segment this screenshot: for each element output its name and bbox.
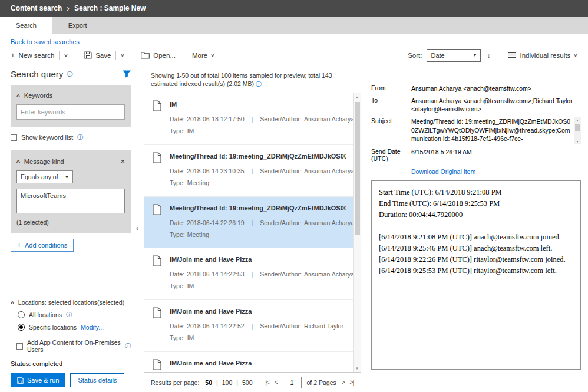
option-divider: | — [216, 379, 218, 386]
dropdown-arrow-icon: ▼ — [473, 53, 477, 57]
page-number-input[interactable] — [283, 377, 302, 388]
info-icon[interactable]: ⓘ — [66, 312, 72, 318]
list-item-selected[interactable]: Meeting/Thread Id: 19:meeting_ZDRiMjQzZm… — [144, 197, 361, 248]
item-type: IM — [187, 127, 194, 134]
individual-results-button[interactable]: Individual results ∨ — [508, 52, 577, 59]
chevron-down-icon[interactable]: ∨ — [120, 52, 125, 58]
item-type-row: Type: IM — [170, 282, 346, 289]
document-icon — [153, 100, 161, 111]
chevron-down-icon[interactable]: ∨ — [64, 52, 69, 58]
tab-search[interactable]: Search — [0, 17, 52, 34]
collapse-left-icon: ‹ — [136, 223, 139, 233]
condition-operator-dropdown[interactable]: Equals any of ▼ — [16, 170, 73, 183]
message-kind-section-header[interactable]: ∧ Message kind × — [16, 157, 125, 165]
all-locations-radio[interactable] — [18, 311, 25, 318]
collapse-up-icon: ∧ — [15, 93, 21, 98]
action-buttons-row: Save & run Status details — [11, 373, 131, 392]
per-page-option-500[interactable]: 500 — [242, 379, 253, 386]
item-title: IM/Join me and Have Pizza — [170, 256, 346, 263]
item-preview-panel: From Ansuman Acharya <anach@teamsftw.com… — [361, 64, 588, 392]
scrollbar-thumb[interactable] — [575, 124, 580, 131]
specific-locations-radio[interactable] — [18, 324, 25, 331]
sort-value: Date — [431, 52, 444, 59]
first-page-button[interactable]: |< — [265, 379, 269, 386]
info-icon[interactable]: ⓘ — [256, 81, 262, 87]
show-keyword-list-label: Show keyword list — [21, 134, 73, 141]
preview-fields: From Ansuman Acharya <anach@teamsftw.com… — [371, 84, 581, 162]
info-icon[interactable]: ⓘ — [67, 71, 72, 77]
scroll-down-icon[interactable]: ▼ — [576, 139, 579, 144]
specific-locations-radio-row[interactable]: Specific locations Modify... — [18, 324, 131, 331]
date-label: Date: — [170, 116, 184, 123]
add-conditions-button[interactable]: + Add conditions — [11, 239, 74, 252]
modify-locations-link[interactable]: Modify... — [81, 324, 104, 331]
collapse-panel-handle[interactable]: ‹ — [131, 64, 144, 392]
status-details-button[interactable]: Status details — [70, 373, 124, 387]
item-title: IM/Join me and Have Pizza — [170, 308, 346, 315]
all-locations-radio-row[interactable]: All locations ⓘ — [18, 311, 131, 318]
item-meta: Date: 2018-06-14 23:10:35 | Sender/Autho… — [170, 167, 346, 174]
plus-icon: + — [11, 51, 15, 59]
next-page-button[interactable]: > — [342, 379, 345, 386]
back-to-saved-searches-link[interactable]: Back to saved searches — [11, 38, 80, 45]
sender-label: Sender/Author: — [260, 167, 302, 174]
scrollbar-thumb[interactable] — [355, 102, 360, 235]
meta-separator: | — [252, 322, 253, 330]
search-query-title: Search query — [11, 69, 63, 79]
scroll-down-icon[interactable]: ▼ — [354, 364, 361, 372]
scroll-up-icon[interactable]: ▲ — [354, 93, 361, 101]
last-page-button[interactable]: >| — [350, 379, 354, 386]
scroll-up-icon[interactable]: ▲ — [576, 117, 579, 123]
on-prem-label: Add App Content for On-Premises Users — [27, 339, 121, 353]
body-line: [6/14/2018 9:21:08 PM (UTC)] anach@teams… — [379, 232, 573, 243]
show-keyword-list-row[interactable]: Show keyword list ⓘ — [11, 134, 131, 141]
keywords-section-header[interactable]: ∧ Keywords — [16, 92, 125, 99]
subject-label: Subject — [371, 117, 407, 144]
per-page-option-100[interactable]: 100 — [222, 379, 233, 386]
selected-count-label: (1 selected) — [16, 219, 125, 226]
results-scrollbar[interactable]: ▲ ▼ — [353, 93, 361, 372]
keywords-input[interactable] — [16, 104, 125, 120]
list-item[interactable]: Meeting/Thread Id: 19:meeting_ZDRiMjQzZm… — [144, 145, 361, 197]
subject-scrollbar[interactable]: ▲ ▼ — [574, 117, 581, 144]
info-icon[interactable]: ⓘ — [125, 343, 131, 349]
breadcrumb-chevron-icon: › — [67, 4, 70, 12]
condition-value-input[interactable]: MicrosoftTeams — [16, 189, 125, 213]
specific-locations-label: Specific locations — [29, 324, 77, 331]
on-prem-checkbox-row[interactable]: Add App Content for On-Premises Users ⓘ — [16, 339, 131, 353]
more-button[interactable]: More ∨ — [192, 52, 214, 59]
option-divider: | — [236, 379, 238, 386]
download-original-item-link[interactable]: Download Original Item — [411, 168, 581, 175]
sort-dropdown[interactable]: Date ▼ — [427, 49, 481, 62]
list-item[interactable]: IM/Join me and Have Pizza Date: 2018-06-… — [144, 352, 361, 372]
save-and-run-button[interactable]: Save & run — [11, 373, 65, 387]
main-area: Search query ⓘ ∧ Keywords Show keyword l… — [0, 64, 588, 392]
button-divider — [59, 51, 60, 60]
sort-direction-icon[interactable]: ↓ — [487, 51, 490, 60]
show-keyword-list-checkbox[interactable] — [11, 134, 17, 141]
back-link-row: Back to saved searches — [0, 34, 588, 47]
open-button[interactable]: Open... — [141, 52, 176, 59]
list-item[interactable]: IM Date: 2018-06-18 12:17:50 | Sender/Au… — [144, 93, 361, 145]
save-label: Save — [95, 52, 111, 59]
item-sender: Richard Taylor — [304, 322, 343, 330]
search-query-panel: Search query ⓘ ∧ Keywords Show keyword l… — [11, 64, 131, 392]
item-preview-body: Start Time (UTC): 6/14/2018 9:21:08 PM E… — [371, 180, 581, 370]
breadcrumb-root[interactable]: Content search — [11, 4, 62, 12]
sender-label: Sender/Author: — [260, 271, 302, 278]
close-icon[interactable]: × — [120, 157, 125, 165]
prev-page-button[interactable]: < — [275, 379, 278, 386]
list-item[interactable]: IM/Join me and Have Pizza Date: 2018-06-… — [144, 300, 361, 352]
info-icon[interactable]: ⓘ — [77, 134, 83, 140]
tab-export[interactable]: Export — [52, 17, 103, 34]
on-prem-checkbox[interactable] — [16, 343, 23, 350]
list-item[interactable]: IM/Join me and Have Pizza Date: 2018-06-… — [144, 248, 361, 300]
body-line — [379, 220, 573, 232]
query-builder-icon[interactable] — [123, 70, 131, 78]
save-button[interactable]: Save ∨ — [84, 51, 124, 60]
per-page-option-50[interactable]: 50 — [205, 379, 212, 386]
new-search-button[interactable]: + New search ∨ — [11, 51, 68, 60]
locations-section-header[interactable]: ∧ Locations: selected locations(selected… — [11, 299, 131, 306]
meta-separator: | — [252, 271, 253, 278]
body-line: End Time (UTC): 6/14/2018 9:25:53 PM — [379, 198, 573, 209]
